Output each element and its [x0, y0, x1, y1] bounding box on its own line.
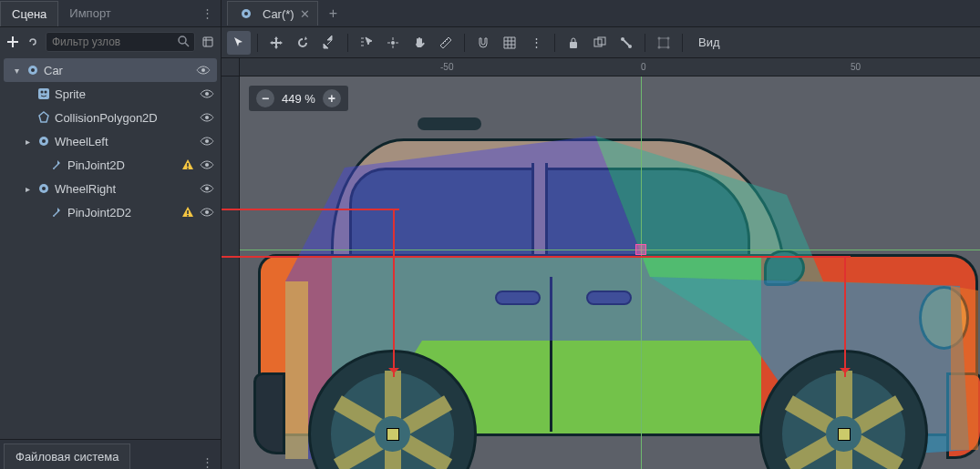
scene-tree: ▾ Car Sprite CollisionPolygon2D ▸ — [0, 56, 221, 439]
group-button[interactable] — [588, 31, 612, 55]
axis-y-line — [641, 76, 642, 469]
filter-nodes-input[interactable] — [46, 32, 195, 52]
scene-tab-label: Car(*) — [263, 7, 294, 21]
filesystem-tab[interactable]: Файловая система — [4, 444, 130, 469]
svg-point-26 — [391, 41, 395, 45]
visibility-toggle-icon[interactable] — [199, 204, 215, 220]
car-bumper-front — [946, 372, 980, 459]
visibility-toggle-icon[interactable] — [199, 133, 215, 149]
ruler-tick: -50 — [440, 62, 453, 72]
svg-rect-15 — [187, 168, 189, 169]
tree-node-wheelleft[interactable]: ▸ WheelLeft — [0, 129, 221, 153]
add-node-button[interactable] — [5, 32, 20, 52]
svg-rect-5 — [38, 88, 49, 99]
svg-rect-14 — [187, 163, 189, 167]
ruler-tool-button[interactable] — [434, 31, 458, 55]
chevron-right-icon[interactable]: ▸ — [22, 137, 33, 147]
tree-node-collisionpoly[interactable]: CollisionPolygon2D — [0, 106, 221, 129]
visibility-toggle-icon[interactable] — [199, 157, 215, 173]
svg-point-35 — [658, 46, 661, 48]
view-menu-button[interactable]: Вид — [689, 31, 729, 55]
car-headlight — [919, 286, 969, 350]
zoom-percent-label[interactable]: 449 % — [282, 92, 315, 106]
collisionpolygon-icon — [36, 110, 51, 125]
chevron-right-icon[interactable]: ▸ — [22, 184, 33, 194]
visibility-toggle-icon[interactable] — [199, 109, 215, 126]
chevron-down-icon[interactable]: ▾ — [11, 66, 22, 76]
warning-icon[interactable] — [181, 205, 195, 219]
canvas-area[interactable]: − 449 % + — [240, 76, 980, 469]
svg-point-12 — [205, 139, 209, 143]
pinjoint-gizmo-icon[interactable] — [838, 428, 851, 441]
node-label: WheelLeft — [55, 135, 199, 148]
car-door-handle — [586, 291, 632, 305]
lock-button[interactable] — [562, 31, 585, 55]
scene-toolbar — [0, 27, 221, 56]
annotation-arrow — [393, 209, 395, 377]
visibility-toggle-icon[interactable] — [199, 86, 215, 102]
car-door-handle — [495, 291, 541, 305]
ruler-horizontal[interactable]: -50 0 50 — [240, 58, 980, 76]
svg-point-3 — [31, 68, 35, 72]
zoom-in-button[interactable]: + — [323, 89, 341, 107]
pivot-tool-button[interactable] — [381, 31, 405, 55]
svg-point-11 — [42, 139, 46, 143]
instance-link-button[interactable] — [26, 32, 40, 52]
dock-options-icon[interactable]: ⋮ — [194, 6, 221, 20]
svg-point-18 — [42, 187, 46, 190]
dock-tab-import[interactable]: Импорт — [58, 1, 121, 25]
car-sprite[interactable] — [258, 113, 978, 469]
svg-point-8 — [205, 92, 209, 96]
pinjoint-gizmo-icon[interactable] — [387, 428, 399, 441]
viewport-toolbar: ⋮ Вид — [222, 27, 980, 58]
tree-node-sprite[interactable]: Sprite — [0, 82, 221, 106]
car-mirror — [764, 250, 805, 286]
node-label: PinJoint2D — [67, 158, 181, 172]
visibility-toggle-icon[interactable] — [195, 62, 211, 78]
select-tool-button[interactable] — [227, 31, 251, 55]
svg-rect-27 — [570, 42, 577, 48]
bottom-dock-tabs: Файловая система ⋮ — [0, 439, 221, 469]
dock-options-icon[interactable]: ⋮ — [194, 455, 221, 469]
node-label: WheelRight — [55, 182, 199, 196]
list-select-button[interactable] — [355, 31, 378, 55]
svg-rect-1 — [203, 37, 212, 46]
ruler-vertical[interactable] — [222, 76, 240, 469]
move-tool-button[interactable] — [264, 31, 288, 55]
car-door-line — [550, 277, 552, 432]
scale-tool-button[interactable] — [317, 31, 341, 55]
car-antenna — [418, 117, 481, 130]
viewport-2d[interactable]: -50 0 50 — [222, 58, 980, 469]
snap-toggle-button[interactable] — [471, 31, 495, 55]
anchor-button[interactable] — [652, 31, 676, 55]
tree-node-pinjoint2[interactable]: PinJoint2D2 — [0, 200, 221, 224]
tree-node-car[interactable]: ▾ Car — [4, 58, 217, 82]
tree-node-pinjoint1[interactable]: PinJoint2D — [0, 153, 221, 177]
snap-options-button[interactable]: ⋮ — [524, 31, 548, 55]
visibility-toggle-icon[interactable] — [199, 180, 215, 197]
dock-tabs: Сцена Импорт ⋮ — [0, 0, 221, 27]
rigidbody2d-icon — [239, 6, 253, 21]
rotate-tool-button[interactable] — [291, 31, 315, 55]
svg-rect-32 — [659, 38, 668, 47]
skeleton-button[interactable] — [614, 31, 638, 55]
add-scene-button[interactable]: + — [322, 5, 345, 22]
grid-snap-button[interactable] — [498, 31, 521, 55]
warning-icon[interactable] — [181, 158, 195, 172]
svg-rect-21 — [187, 210, 189, 214]
close-icon[interactable]: ✕ — [300, 7, 310, 21]
svg-point-9 — [205, 116, 209, 119]
axis-x-line — [240, 250, 980, 250]
svg-point-6 — [41, 91, 44, 94]
open-scene-tabs: Car(*) ✕ + — [222, 0, 980, 27]
rigidbody2d-icon — [36, 181, 51, 196]
scene-tab-car[interactable]: Car(*) ✕ — [227, 1, 318, 25]
pan-tool-button[interactable] — [407, 31, 431, 55]
scene-extra-button[interactable] — [201, 32, 215, 52]
origin-gizmo-icon[interactable] — [635, 244, 646, 255]
zoom-out-button[interactable]: − — [256, 89, 274, 107]
node-label: Sprite — [55, 87, 199, 101]
svg-point-25 — [244, 12, 248, 15]
dock-tab-scene[interactable]: Сцена — [0, 1, 58, 26]
tree-node-wheelright[interactable]: ▸ WheelRight — [0, 177, 221, 200]
